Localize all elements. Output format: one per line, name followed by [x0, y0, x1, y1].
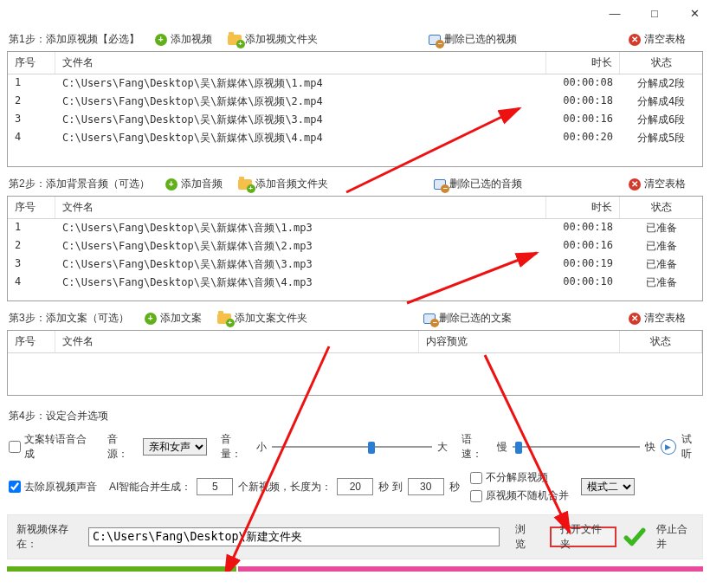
step2-section: 第2步：添加背景音频（可选） + 添加音频 添加音频文件夹 删除已选的音频 ✕ …	[0, 171, 710, 305]
add-audio-button[interactable]: + 添加音频	[165, 177, 223, 191]
table-row[interactable]: 3C:\Users\Fang\Desktop\吴\新媒体\原视频\3.mp400…	[8, 111, 702, 129]
volume-label: 音量：	[221, 432, 251, 462]
preview-button[interactable]: 试听	[681, 432, 701, 462]
step4-section: 第4步：设定合并选项 文案转语音合成 音源： 亲和女声 音量： 小 大 语速： …	[0, 399, 710, 509]
delete-icon	[429, 35, 441, 45]
check-icon	[623, 526, 646, 548]
col-filename[interactable]: 文件名	[55, 197, 546, 218]
folder-icon	[217, 313, 231, 324]
length-to-input[interactable]: 30	[408, 478, 444, 495]
window-maximize-button[interactable]: □	[644, 3, 665, 23]
no-split-checkbox[interactable]: 不分解原视频	[470, 470, 569, 485]
table-row[interactable]: 1C:\Users\Fang\Desktop\吴\新媒体\原视频\1.mp400…	[8, 74, 702, 93]
ai-gen-label: AI智能合并生成：	[109, 480, 191, 494]
add-text-button[interactable]: + 添加文案	[145, 311, 202, 326]
volume-slider[interactable]	[272, 439, 432, 455]
plus-icon: +	[165, 178, 178, 191]
step3-section: 第3步：添加文案（可选） + 添加文案 添加文案文件夹 删除已选的文案 ✕ 清空…	[0, 305, 710, 399]
col-status[interactable]: 状态	[620, 197, 702, 218]
mode-select[interactable]: 模式二	[581, 478, 635, 495]
text-table: 序号 文件名 内容预览 状态	[7, 330, 703, 396]
col-index[interactable]: 序号	[8, 197, 55, 218]
plus-icon: +	[155, 34, 167, 46]
col-filename[interactable]: 文件名	[55, 331, 419, 352]
table-row[interactable]: 4C:\Users\Fang\Desktop\吴\新媒体\原视频\4.mp400…	[8, 129, 702, 147]
progress-bar	[7, 566, 703, 572]
tts-checkbox[interactable]: 文案转语音合成	[9, 432, 95, 462]
clear-video-table-button[interactable]: ✕ 清空表格	[629, 32, 686, 47]
save-panel: 新视频保存在： 浏览 打开文件夹 停止合并	[7, 514, 703, 559]
clear-icon: ✕	[629, 178, 641, 191]
table-row[interactable]: 1C:\Users\Fang\Desktop\吴\新媒体\音频\1.mp300:…	[8, 219, 702, 237]
col-index[interactable]: 序号	[8, 331, 55, 352]
delete-icon	[423, 313, 436, 324]
save-path-label: 新视频保存在：	[16, 522, 81, 552]
add-audio-folder-button[interactable]: 添加音频文件夹	[238, 177, 328, 191]
add-video-button[interactable]: + 添加视频	[155, 32, 212, 47]
voice-select[interactable]: 亲和女声	[143, 438, 207, 456]
window-close-button[interactable]: ✕	[684, 3, 705, 23]
folder-icon	[228, 35, 242, 45]
table-row[interactable]: 2C:\Users\Fang\Desktop\吴\新媒体\音频\2.mp300:…	[8, 237, 702, 255]
table-row[interactable]: 4C:\Users\Fang\Desktop\吴\新媒体\音频\4.mp300:…	[8, 274, 702, 292]
col-status[interactable]: 状态	[620, 331, 702, 352]
length-from-input[interactable]: 20	[337, 478, 373, 495]
delete-selected-audio-button[interactable]: 删除已选的音频	[434, 177, 522, 191]
clear-audio-table-button[interactable]: ✕ 清空表格	[629, 177, 686, 191]
audio-table: 序号 文件名 时长 状态 1C:\Users\Fang\Desktop\吴\新媒…	[7, 196, 703, 301]
step4-label: 第4步：设定合并选项	[9, 409, 108, 423]
clear-text-table-button[interactable]: ✕ 清空表格	[629, 311, 686, 326]
table-row[interactable]: 3C:\Users\Fang\Desktop\吴\新媒体\音频\3.mp300:…	[8, 255, 702, 274]
col-preview[interactable]: 内容预览	[419, 331, 620, 352]
delete-selected-text-button[interactable]: 删除已选的文案	[423, 311, 512, 326]
play-icon[interactable]: ▶	[661, 439, 676, 455]
save-path-input[interactable]	[88, 527, 500, 546]
titlebar: — □ ✕	[0, 0, 710, 26]
video-table: 序号 文件名 时长 状态 1C:\Users\Fang\Desktop\吴\新媒…	[7, 51, 703, 167]
window-minimize-button[interactable]: —	[604, 3, 625, 23]
clear-icon: ✕	[629, 34, 641, 46]
step2-label: 第2步：添加背景音频（可选）	[9, 177, 150, 191]
add-video-folder-button[interactable]: 添加视频文件夹	[228, 32, 318, 47]
ai-count-input[interactable]: 5	[197, 478, 233, 495]
browse-button[interactable]: 浏览	[507, 527, 542, 547]
speed-slider[interactable]	[513, 439, 639, 455]
open-folder-button[interactable]: 打开文件夹	[550, 527, 617, 547]
col-filename[interactable]: 文件名	[55, 52, 546, 74]
step1-section: 第1步：添加原视频【必选】 + 添加视频 添加视频文件夹 删除已选的视频 ✕ 清…	[0, 26, 710, 171]
step1-label: 第1步：添加原视频【必选】	[9, 32, 139, 47]
no-random-merge-checkbox[interactable]: 原视频不随机合并	[470, 488, 569, 503]
step3-label: 第3步：添加文案（可选）	[9, 311, 129, 326]
col-index[interactable]: 序号	[8, 52, 55, 74]
delete-icon	[434, 179, 446, 190]
remove-orig-audio-checkbox[interactable]: 去除原视频声音	[9, 480, 97, 494]
folder-icon	[238, 179, 252, 190]
col-status[interactable]: 状态	[620, 52, 702, 74]
voice-label: 音源：	[107, 432, 138, 462]
delete-selected-video-button[interactable]: 删除已选的视频	[429, 32, 517, 47]
col-duration[interactable]: 时长	[546, 197, 620, 218]
table-row[interactable]: 2C:\Users\Fang\Desktop\吴\新媒体\原视频\2.mp400…	[8, 93, 702, 111]
stop-merge-button[interactable]: 停止合并	[656, 522, 694, 552]
plus-icon: +	[145, 313, 157, 325]
add-text-folder-button[interactable]: 添加文案文件夹	[217, 311, 307, 326]
speed-label: 语速：	[462, 432, 492, 462]
col-duration[interactable]: 时长	[546, 52, 620, 74]
clear-icon: ✕	[629, 313, 641, 325]
